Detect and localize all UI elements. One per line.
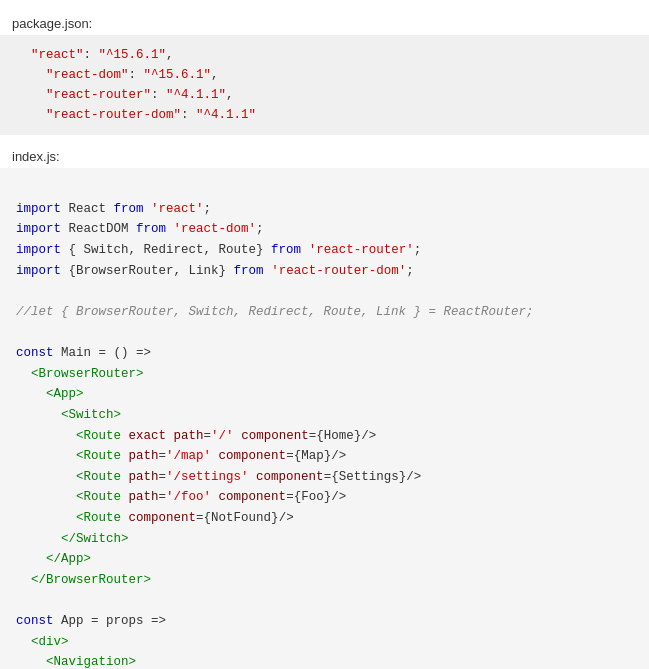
index-js-label: index.js: [0, 143, 649, 168]
index-js-code: import React from 'react'; import ReactD… [0, 168, 649, 669]
package-json-code: "react": "^15.6.1", "react-dom": "^15.6.… [0, 35, 649, 135]
page-container: package.json: "react": "^15.6.1", "react… [0, 10, 649, 669]
package-json-label: package.json: [0, 10, 649, 35]
